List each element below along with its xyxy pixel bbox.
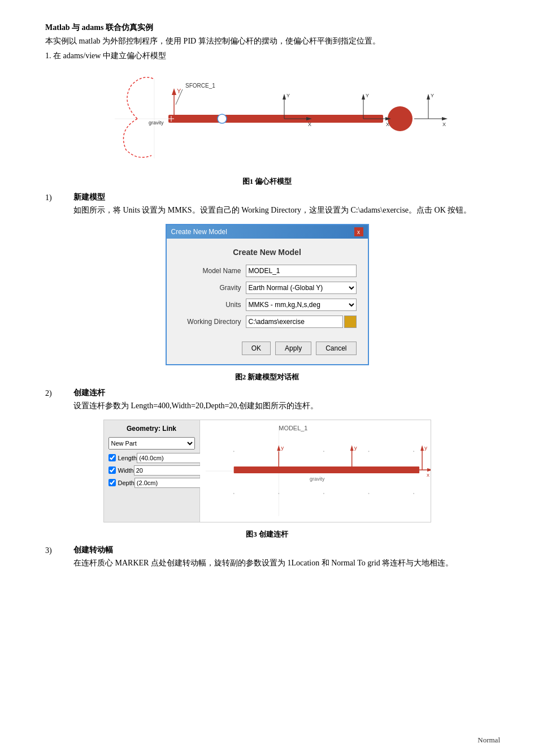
svg-text:gravity: gravity (149, 120, 164, 126)
section1-heading: 1. 在 adams/view 中建立偏心杆模型 (45, 51, 489, 61)
dialog-gravity-select[interactable]: Earth Normal (-Global Y) (246, 282, 357, 294)
figure1-container: SFORCE_1 gravity Y Y X Y (45, 68, 489, 170)
svg-point-56 (413, 451, 414, 452)
dialog-workdir-label: Working Directory (178, 318, 246, 326)
fig3-caption: 图3 创建连杆 (45, 529, 489, 539)
svg-text:SFORCE_1: SFORCE_1 (185, 83, 215, 89)
svg-text:x: x (427, 472, 429, 478)
dialog-titlebar: Create New Model x (167, 225, 368, 239)
step2-content: 创建连杆 设置连杆参数为 Length=400,Width=20,Depth=2… (73, 388, 489, 413)
dialog-units-label: Units (178, 301, 246, 309)
dialog-heading: Create New Model (178, 248, 357, 257)
geom-viewport: MODEL_1 gravity y y y (200, 420, 431, 522)
svg-text:gravity: gravity (310, 476, 325, 482)
step2-num: 2) (45, 388, 73, 398)
status-normal: Normal (477, 736, 500, 745)
geom-width-checkbox[interactable] (108, 466, 116, 474)
dialog-model-name-label: Model Name (178, 267, 246, 275)
svg-text:Y: Y (177, 88, 181, 94)
dialog-box: Create New Model x Create New Model Mode… (166, 224, 369, 365)
svg-point-55 (368, 451, 369, 452)
step3-num: 3) (45, 545, 73, 555)
dialog-content: Create New Model Model Name Gravity Eart… (167, 239, 368, 364)
svg-text:Y: Y (286, 93, 290, 98)
dialog-folder-button[interactable] (344, 316, 357, 328)
dialog-gravity-row: Gravity Earth Normal (-Global Y) (178, 282, 357, 294)
svg-point-54 (323, 451, 324, 452)
geom-length-checkbox[interactable] (108, 454, 116, 461)
svg-text:y: y (281, 444, 284, 451)
fig3-panel: Geometry: Link New Part Length Width Dep… (103, 420, 431, 522)
geom-width-label: Width (118, 467, 134, 474)
step3-body: 在连杆质心 MARKER 点处创建转动幅，旋转副的参数设置为 1Location… (73, 556, 489, 570)
figure1-svg: SFORCE_1 gravity Y Y X Y (86, 68, 448, 170)
step2-body: 设置连杆参数为 Length=400,Width=20,Depth=20,创建如… (73, 399, 489, 413)
step3-title: 创建转动幅 (73, 545, 489, 555)
geom-length-row: Length (108, 453, 195, 463)
step2-block: 2) 创建连杆 设置连杆参数为 Length=400,Width=20,Dept… (45, 388, 489, 413)
svg-point-12 (218, 114, 227, 123)
dialog-model-name-row: Model Name (178, 265, 357, 277)
step2-title: 创建连杆 (73, 388, 489, 398)
svg-point-52 (233, 451, 234, 452)
svg-text:y: y (424, 444, 427, 451)
geom-panel: Geometry: Link New Part Length Width Dep… (104, 420, 200, 522)
step1-block: 1) 新建模型 如图所示，将 Units 设置为 MMKS。设置自己的 Work… (45, 192, 489, 217)
geom-depth-row: Depth (108, 478, 195, 488)
geom-panel-title: Geometry: Link (108, 425, 195, 433)
svg-text:Y: Y (431, 93, 434, 98)
step3-content: 创建转动幅 在连杆质心 MARKER 点处创建转动幅，旋转副的参数设置为 1Lo… (73, 545, 489, 570)
svg-point-53 (278, 451, 279, 452)
dialog-cancel-button[interactable]: Cancel (316, 342, 356, 355)
svg-point-60 (368, 493, 369, 494)
dialog-workdir-input[interactable] (246, 316, 343, 328)
svg-text:X: X (308, 122, 311, 127)
doc-title: Matlab 与 adams 联合仿真实例 (45, 23, 489, 33)
geom-length-label: Length (118, 455, 137, 461)
dialog-units-select[interactable]: MMKS - mm,kg,N,s,deg (246, 299, 357, 311)
dialog-workdir-row: Working Directory (178, 316, 357, 328)
figure3-container: Geometry: Link New Part Length Width Dep… (45, 420, 489, 522)
svg-text:MODEL_1: MODEL_1 (279, 425, 307, 431)
geom-depth-label: Depth (118, 479, 134, 486)
dialog-model-name-input[interactable] (246, 265, 357, 277)
svg-text:X: X (386, 122, 389, 127)
dialog-ok-button[interactable]: OK (242, 342, 271, 355)
dialog-apply-button[interactable]: Apply (275, 342, 311, 355)
svg-text:Y: Y (366, 93, 369, 98)
dialog-titlebar-label: Create New Model (171, 228, 227, 236)
svg-point-13 (388, 106, 413, 131)
geom-viewport-svg: MODEL_1 gravity y y y (200, 420, 431, 522)
figure2-container: Create New Model x Create New Model Mode… (45, 224, 489, 365)
fig1-caption: 图1 偏心杆模型 (45, 176, 489, 187)
dialog-close-button[interactable]: x (354, 227, 363, 236)
svg-point-58 (278, 493, 279, 494)
svg-rect-11 (168, 115, 383, 123)
doc-intro: 本实例以 matlab 为外部控制程序，使用 PID 算法控制偏心杆的摆动，使偏… (45, 35, 489, 47)
dialog-buttons: OK Apply Cancel (178, 337, 357, 355)
fig2-caption: 图2 新建模型对话框 (45, 372, 489, 382)
svg-point-57 (233, 493, 234, 494)
step1-body: 如图所示，将 Units 设置为 MMKS。设置自己的 Working Dire… (73, 204, 489, 217)
step1-content: 新建模型 如图所示，将 Units 设置为 MMKS。设置自己的 Working… (73, 192, 489, 217)
dialog-units-row: Units MMKS - mm,kg,N,s,deg (178, 299, 357, 311)
svg-text:X: X (442, 122, 446, 127)
svg-text:y: y (354, 444, 357, 451)
svg-rect-51 (233, 466, 419, 473)
geom-width-row: Width (108, 465, 195, 476)
step3-block: 3) 创建转动幅 在连杆质心 MARKER 点处创建转动幅，旋转副的参数设置为 … (45, 545, 489, 570)
step1-num: 1) (45, 192, 73, 202)
geom-new-part-select[interactable]: New Part (108, 437, 195, 450)
geom-depth-checkbox[interactable] (108, 479, 116, 486)
svg-point-61 (413, 493, 414, 494)
dialog-gravity-label: Gravity (178, 284, 246, 292)
svg-point-59 (323, 493, 324, 494)
step1-title: 新建模型 (73, 192, 489, 202)
